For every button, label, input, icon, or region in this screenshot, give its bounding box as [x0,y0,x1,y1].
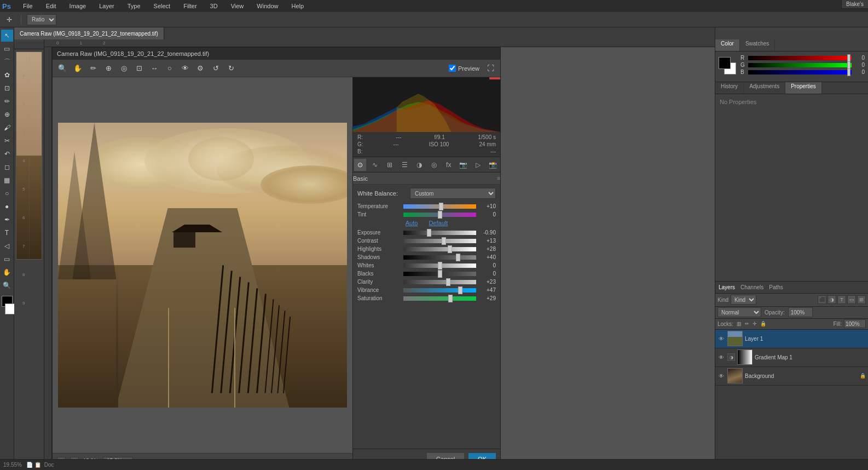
b-slider[interactable] [748,70,852,74]
blacks-track[interactable] [403,272,476,276]
menu-view[interactable]: View [228,2,247,10]
blur-tool[interactable]: ○ [1,187,13,199]
gradient-map-visibility[interactable]: 👁 [717,353,725,361]
properties-tab[interactable]: Properties [785,82,822,94]
cr-basic-icon[interactable]: ⊙ [354,159,366,171]
fill-input[interactable] [844,319,866,328]
cr-tone-curve-icon[interactable]: ∿ [369,159,381,171]
lock-position-icon[interactable]: ✛ [753,321,757,326]
eraser-tool[interactable]: ◻ [1,161,13,173]
filter-shape-icon[interactable]: ▭ [847,295,856,304]
cr-snapshots-icon[interactable]: 📸 [487,159,499,171]
layers-tab[interactable]: Layers [719,284,735,290]
cr-cancel-button[interactable]: Cancel [427,453,464,460]
cr-zoom-decrease[interactable]: − [57,457,66,459]
crop-tool[interactable]: ⊡ [1,82,13,94]
dodge-tool[interactable]: ● [1,200,13,213]
wb-select[interactable]: Custom As Shot Auto Daylight [410,188,496,199]
lasso-tool[interactable]: ⌒ [1,56,13,68]
filter-adj-icon[interactable]: ◑ [828,295,836,304]
channels-tab[interactable]: Channels [740,284,763,290]
menu-layer[interactable]: Layer [96,2,118,10]
marquee-tool[interactable]: ▭ [1,43,13,55]
default-button[interactable]: Default [429,220,448,226]
quick-select-tool[interactable]: ✿ [1,69,13,81]
cr-hsl-icon[interactable]: ☰ [398,159,410,171]
paths-tab[interactable]: Paths [769,284,783,290]
cr-rotate-ccw[interactable]: ↺ [209,62,222,75]
adjustments-tab[interactable]: Adjustments [744,82,785,94]
tint-track[interactable] [403,213,476,217]
move-tool-btn[interactable]: ✛ [3,14,15,26]
layer-item-1[interactable]: 👁 Layer 1 [715,330,868,348]
cr-target-adj[interactable]: ◎ [117,62,130,75]
opacity-input[interactable] [788,307,813,317]
cr-image-scroll[interactable] [53,77,352,453]
menu-filter[interactable]: Filter [180,2,200,10]
auto-button[interactable]: Auto [406,220,418,226]
cr-redeye[interactable]: 👁 [178,62,192,75]
r-slider[interactable] [748,56,852,60]
filter-smart-icon[interactable]: ⊞ [857,295,866,304]
menu-3d[interactable]: 3D [207,2,221,10]
zoom-tool[interactable]: 🔍 [1,279,13,291]
filter-pixel-icon[interactable]: ⬛ [818,295,826,304]
menu-select[interactable]: Select [151,2,174,10]
cr-wb-tool[interactable]: ✏ [86,62,100,75]
cr-crop-tool[interactable]: ⊡ [132,62,146,75]
menu-image[interactable]: Image [66,2,90,10]
cr-retouch[interactable]: ○ [163,62,176,75]
highlights-track[interactable] [403,247,476,251]
background-visibility[interactable]: 👁 [717,372,725,380]
menu-help[interactable]: Help [288,2,307,10]
move-tool[interactable]: ↖ [1,30,13,42]
g-slider[interactable] [748,63,852,67]
cr-ok-button[interactable]: OK [468,453,496,460]
layer-item-background[interactable]: 👁 Background 🔒 [715,367,868,386]
lock-transparent-icon[interactable]: ▥ [737,321,742,326]
type-tool[interactable]: T [1,227,13,239]
swatches-tab[interactable]: Swatches [740,39,775,51]
vibrance-track[interactable] [403,288,476,293]
healing-tool[interactable]: ⊕ [1,108,13,121]
fg-bg-swatches[interactable] [719,57,736,74]
cr-presets-icon[interactable]: ▷ [472,159,484,171]
filter-type-icon[interactable]: T [837,295,846,304]
cr-fx-icon[interactable]: fx [443,159,455,171]
temperature-track[interactable] [403,204,476,209]
layer-item-gradient-map[interactable]: 👁 ◑ Gradient Map 1 [715,348,868,367]
blend-mode-select[interactable]: Normal [717,307,761,317]
menu-edit[interactable]: Edit [43,2,60,10]
cr-color-sample[interactable]: ⊕ [102,62,115,75]
menu-type[interactable]: Type [124,2,144,10]
layers-filter-select[interactable]: Kind [731,295,756,305]
cr-zoom-tool[interactable]: 🔍 [56,62,69,75]
ratio-select[interactable]: Ratio [27,14,56,25]
color-tab[interactable]: Color [715,39,740,51]
cr-straighten[interactable]: ↔ [148,62,161,75]
cr-rotate-cw[interactable]: ↻ [224,62,238,75]
clarity-track[interactable] [403,280,476,284]
shape-tool[interactable]: ▭ [1,253,13,265]
cr-zoom-increase[interactable]: + [70,457,79,459]
lock-pixels-icon[interactable]: ✏ [745,321,749,326]
brush-tool[interactable]: 🖌 [1,122,13,134]
history-tab[interactable]: History [715,82,744,94]
history-tool[interactable]: ↶ [1,148,13,160]
shadows-track[interactable] [403,255,476,260]
whites-track[interactable] [403,263,476,268]
layer-1-visibility[interactable]: 👁 [717,335,725,342]
cr-camera-calib-icon[interactable]: 📷 [458,159,470,171]
pen-tool[interactable]: ✒ [1,214,13,226]
foreground-swatch[interactable] [719,57,731,69]
menu-file[interactable]: File [20,2,36,10]
cr-preferences[interactable]: ⚙ [194,62,207,75]
exposure-track[interactable] [403,231,476,235]
cr-preview-checkbox[interactable] [449,65,456,72]
cr-zoom-select[interactable]: 15.3% 25% 50% 100% [103,457,133,459]
cr-hand-tool[interactable]: ✋ [71,62,84,75]
contrast-track[interactable] [403,239,476,243]
lock-all-icon[interactable]: 🔒 [760,321,766,326]
cr-detail-icon[interactable]: ⊞ [384,159,396,171]
path-select-tool[interactable]: ◁ [1,240,13,252]
